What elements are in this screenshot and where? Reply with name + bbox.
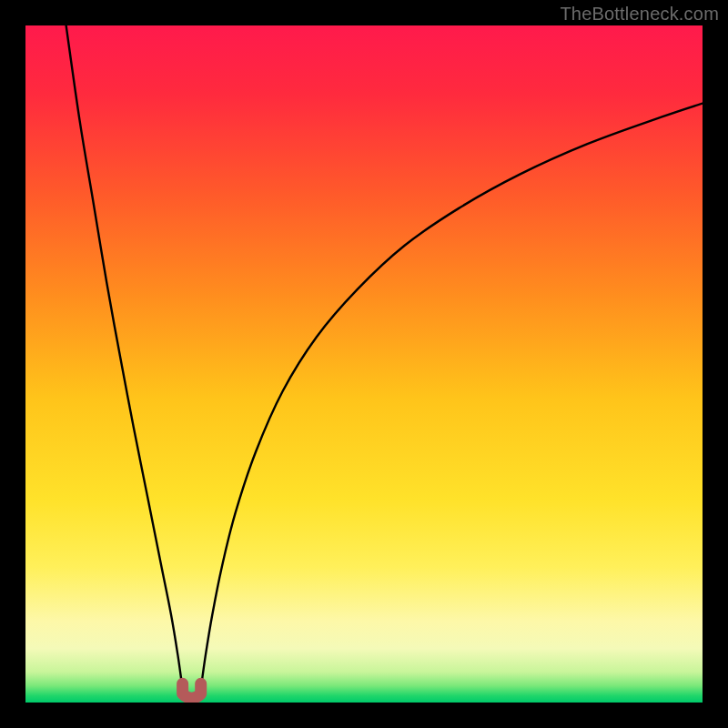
chart-frame: TheBottleneck.com <box>0 0 728 728</box>
curve-left-branch <box>66 25 183 689</box>
curve-right-branch <box>201 104 703 690</box>
watermark-text: TheBottleneck.com <box>560 4 719 25</box>
optimal-marker <box>183 683 201 698</box>
plot-area <box>25 25 703 703</box>
curves <box>25 25 703 703</box>
